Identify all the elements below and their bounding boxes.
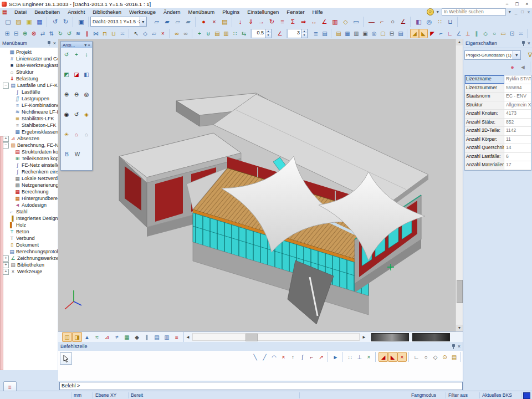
scroll-thumb[interactable] (245, 334, 258, 341)
beam-view-icon[interactable]: ∥ (142, 332, 152, 342)
tree-item-belastung[interactable]: ⇓Belastung (3, 75, 58, 82)
render-options-icon[interactable]: ⌂ (71, 129, 81, 139)
maximize-button[interactable]: □ (512, 1, 522, 7)
tree-item-werkzeuge[interactable]: +×Werkzeuge (3, 268, 58, 275)
menu-item-datei[interactable]: Datei (11, 9, 30, 15)
tree-item-lastfälle-und-lf-kombinatio[interactable]: −▤Lastfälle und LF-Kombinatio (3, 82, 58, 89)
dot-grid-icon[interactable]: ∷ (345, 352, 355, 362)
load-list-icon[interactable]: ≡ (277, 17, 288, 27)
help-smiley-icon[interactable]: ☺ (427, 8, 434, 16)
tree-item-autodesign[interactable]: ◄Autodesign (3, 202, 58, 208)
tree-item-stabilitäts-lfk[interactable]: ≣Stabilitäts-LFK (3, 115, 58, 122)
snap-endpoint-icon[interactable]: ◢ (378, 352, 388, 362)
tree-item-dokument[interactable]: ▯Dokument (3, 242, 58, 248)
undo-icon[interactable]: ↺ (50, 17, 60, 27)
tree-item-berechnung-fe-netz[interactable]: −▥Berechnung, FE-Netz (3, 142, 58, 149)
scroll-left-icon[interactable]: ◄ (184, 335, 192, 340)
snap-size-stepper[interactable]: 0.5 ▲▼ (252, 29, 272, 38)
search-icon[interactable]: ◎ (370, 29, 378, 38)
link-on-icon[interactable]: ∞ (172, 29, 181, 38)
filter-layers-icon[interactable]: ▤ (320, 29, 329, 38)
draw-line-icon[interactable]: ╲ (250, 352, 260, 362)
find-icon[interactable]: ◎ (424, 17, 434, 27)
triad-icon[interactable]: ▲ (82, 332, 92, 342)
select-poly-icon[interactable]: ◇ (141, 29, 150, 38)
property-row-anzahl-materialien[interactable]: Anzahl Materialien:17 (465, 161, 531, 170)
select-single-icon[interactable]: ↖ (132, 29, 141, 38)
active-document-combobox[interactable]: Dach1-2013.1 Y=1.5 -20 ▼ (90, 17, 147, 27)
zoom-selection-icon[interactable]: ◈ (81, 109, 91, 119)
expand-icon[interactable]: + (3, 269, 9, 275)
property-value[interactable]: 14 (504, 144, 531, 152)
stepper-up-icon[interactable]: ▲ (301, 29, 307, 34)
insert-block-1-icon[interactable]: ▱ (151, 17, 162, 27)
close-icon[interactable]: × (53, 40, 56, 46)
viewport-vscrollbar[interactable]: ▲ ▼ (456, 39, 463, 331)
tree-item-linienraster-und-geschosse[interactable]: #Linienraster und Geschosse (3, 55, 58, 62)
stepper-down-icon[interactable]: ▼ (301, 33, 307, 38)
line-load-icon[interactable]: ⇓ (245, 17, 256, 27)
node-move-icon[interactable]: ⊟ (12, 29, 21, 38)
tree-item-berechnung[interactable]: ▦Berechnung (3, 188, 58, 195)
view-top-icon[interactable]: ◧ (81, 69, 91, 79)
tree-item-projekt[interactable]: ▦Projekt (3, 49, 58, 55)
array-icon[interactable]: ∷ (231, 29, 239, 38)
erase-icon[interactable]: × (279, 352, 288, 362)
open-icon[interactable]: ▨ (13, 17, 24, 27)
snap-box-icon[interactable]: ◣ (419, 29, 428, 38)
line-icon[interactable]: — (366, 17, 377, 27)
copy-icon[interactable]: ⊎ (204, 29, 213, 38)
calculation-icon[interactable]: × (209, 17, 219, 27)
tree-item-stahlbeton-lfk[interactable]: ≡Stahlbeton-LFK (3, 122, 58, 129)
filter-icon[interactable]: ∇ (525, 50, 532, 60)
shade-mode-icon[interactable]: ◨ (72, 332, 82, 342)
grid-cross-icon[interactable]: × (364, 352, 374, 362)
menu-item-ansicht[interactable]: Ansicht (64, 9, 89, 15)
circle-icon[interactable]: ○ (387, 17, 398, 27)
status-empty[interactable] (0, 392, 71, 398)
chevron-down-icon[interactable]: ▼ (140, 17, 146, 26)
menu-item-bibliotheken[interactable]: Bibliotheken (89, 9, 125, 15)
ucs-color-swatch[interactable] (523, 392, 530, 399)
property-row-anzahl-lastfälle[interactable]: Anzahl Lastfälle:6 (465, 153, 531, 162)
snap-corner-icon[interactable]: ◢ (410, 29, 419, 38)
property-row-lizenznummer[interactable]: Lizenznummer555694 (465, 84, 531, 93)
view-front-icon[interactable]: ◩ (62, 69, 71, 79)
scroll-up-icon[interactable]: ▲ (456, 39, 463, 45)
wireframe-icon[interactable]: W (72, 149, 83, 159)
table-results-icon[interactable]: ▥ (352, 29, 361, 38)
chevron-down-icon[interactable]: ▾ (84, 43, 86, 48)
property-value[interactable]: 852 (504, 119, 531, 127)
flag-select-icon[interactable]: ► (331, 352, 340, 362)
disconnect-icon[interactable]: ⊔ (109, 29, 118, 38)
help-dropdown-icon[interactable]: ▾ (436, 9, 440, 14)
wire-mode-icon[interactable]: ◫ (62, 332, 72, 342)
dimension-icon[interactable]: ⊔ (445, 17, 456, 27)
snap-perp2-icon[interactable]: ⊥ (463, 29, 472, 38)
tree-item-teile-knoten-koppeln[interactable]: ⊞Teile/Knoten koppeln (3, 155, 58, 162)
property-value[interactable]: EC - ENV (504, 93, 531, 101)
macro-icon[interactable]: ▤ (449, 352, 459, 362)
tree-item-bim-werkzeugkasten[interactable]: ■BIM-Werkzeugkasten (3, 62, 58, 69)
minimize-button[interactable]: − (502, 1, 512, 7)
tree-item-absenzen[interactable]: +⊿Absenzen (3, 135, 58, 142)
snap-node-icon[interactable]: ◇ (431, 352, 440, 362)
connect-icon[interactable]: ⊓ (100, 29, 109, 38)
mdi-restore-button[interactable]: □ (520, 9, 525, 14)
expand-icon[interactable]: + (3, 262, 9, 268)
duplicate-icon[interactable]: ▥ (222, 29, 231, 38)
mdi-close-button[interactable]: x (526, 9, 531, 14)
menu-item-bearbeiten[interactable]: Bearbeiten (30, 9, 64, 15)
node-copy-icon[interactable]: ⊞ (3, 29, 12, 38)
tree-item-holz[interactable]: ▌Holz (3, 222, 58, 228)
angle-load-icon[interactable]: ∠ (319, 17, 330, 27)
chart-icon[interactable]: ● (507, 62, 518, 72)
combination-icon[interactable]: Σ (288, 17, 298, 27)
snap-box2-icon[interactable]: ▭ (499, 29, 508, 38)
mirror-icon[interactable]: ⇆ (239, 29, 248, 38)
redo-icon[interactable]: ↻ (60, 17, 71, 27)
project-icon[interactable]: ▣ (24, 17, 34, 27)
property-row-struktur[interactable]: StrukturAllgemein XYZ (465, 101, 531, 110)
hinge-icon[interactable]: ▭ (351, 17, 361, 27)
rotate-load-icon[interactable]: ↻ (267, 17, 277, 27)
